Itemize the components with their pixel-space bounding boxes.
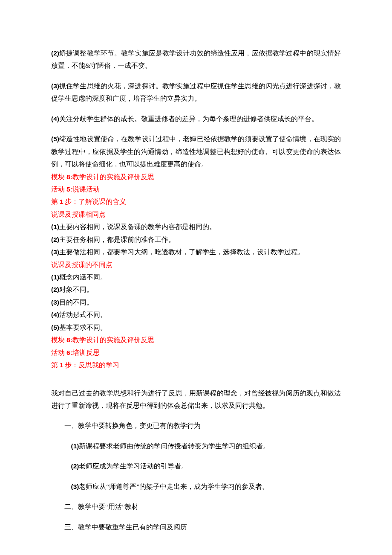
list-item: (1)主要内容相同，说课及备课的教学内容都是相同的。: [51, 221, 341, 233]
subheading-diff: 说课及授课的不同点: [51, 259, 341, 271]
module-heading: 模块 8:教学设计的实施及评价反思: [51, 334, 341, 346]
item-number: (4): [51, 115, 59, 122]
item-text: 新课程要求老师由传统的学问传授者转变为学生学习的组织者。: [79, 442, 270, 450]
sub-item: (3)老师应从“师道尊严”的架子中走出来，成为学生学习的参及者。: [51, 480, 341, 493]
heading-text: 培训反思: [72, 349, 100, 356]
reflection-paragraph: 我对自己过去的教学思想和行为进行了反思，用新课程的理念，对曾经被视为阅历的观点和…: [51, 387, 341, 412]
subheading-same: 说课及授课相同点: [51, 208, 341, 221]
heading-number: 8:: [66, 173, 72, 180]
paragraph-text: 矫捷调整教学环节。教学实施应是教学设计功效的缔造性应用，应依据教学过程中的现实情…: [51, 49, 341, 69]
list-item: (2)主要任务相同，都是课前的准备工作。: [51, 233, 341, 246]
item-text: 主要任务相同，都是课前的准备工作。: [59, 236, 175, 243]
list-item: (1)概念内涵不同。: [51, 271, 341, 283]
heading-text: 教学设计的实施及评价反思: [72, 173, 154, 180]
document-page: (2)矫捷调整教学环节。教学实施应是教学设计功效的缔造性应用，应依据教学过程中的…: [0, 0, 392, 555]
section-heading-2: 二、教学中要“用活”教材: [51, 500, 341, 513]
heading-number: 1: [60, 198, 63, 205]
paragraph-text: 关注分歧学生群体的成长。敬重进修者的差异，为每个条理的进修者供应成长的平台。: [59, 115, 318, 122]
item-number: (2): [51, 286, 59, 293]
item-number: (2): [71, 462, 79, 470]
item-text: 活动形式不同。: [59, 311, 107, 318]
heading-prefix: 模块: [51, 336, 66, 343]
module-heading: 模块 8:教学设计的实施及评价反思: [51, 171, 341, 183]
paragraph-5: (5)缔造性地设置使命，在教学设计过程中，老婶已经依据教学的须要设置了使命情境，…: [51, 133, 341, 170]
section-heading-1: 一、教学中要转换角色，变更已有的教学行为: [51, 419, 341, 432]
item-number: (1): [71, 442, 79, 450]
item-number: (3): [51, 248, 59, 256]
heading-prefix: 第: [51, 198, 60, 205]
heading-number: 6:: [66, 349, 72, 356]
item-text: 基本要求不同。: [59, 324, 107, 331]
item-number: (1): [51, 223, 59, 230]
item-number: (5): [51, 135, 59, 142]
heading-prefix: 活动: [51, 349, 66, 356]
heading-prefix: 第: [51, 361, 60, 369]
item-text: 主要做法相同，都要学习大纲，吃透教材，了解学生，选择教法，设计教学过程。: [59, 248, 305, 256]
activity-heading: 活动 6:培训反思: [51, 346, 341, 359]
item-text: 老师应从“师道尊严”的架子中走出来，成为学生学习的参及者。: [79, 483, 269, 490]
list-item: (2)对象不同。: [51, 283, 341, 296]
paragraph-2: (2)矫捷调整教学环节。教学实施应是教学设计功效的缔造性应用，应依据教学过程中的…: [51, 47, 341, 72]
blank-spacer: [51, 372, 341, 387]
heading-text: 步：了解说课的含义: [63, 198, 127, 205]
paragraph-4: (4)关注分歧学生群体的成长。敬重进修者的差异，为每个条理的进修者供应成长的平台…: [51, 113, 341, 125]
item-text: 对象不同。: [59, 286, 93, 293]
list-item: (5)基本要求不同。: [51, 321, 341, 334]
item-number: (2): [51, 236, 59, 243]
list-item: (3)目的不同。: [51, 296, 341, 308]
heading-number: 8:: [66, 336, 72, 343]
item-number: (5): [51, 324, 59, 331]
heading-number: 5:: [66, 186, 72, 193]
item-number: (1): [51, 273, 59, 281]
paragraph-text: 抓住学生思维的火花，深进探讨。教学实施过程中应抓住学生思维的闪光点进行深进探讨，…: [51, 82, 341, 102]
item-text: 老师应成为学生学习活动的引导者。: [79, 462, 188, 470]
heading-prefix: 活动: [51, 186, 66, 193]
sub-item: (2)老师应成为学生学习活动的引导者。: [51, 460, 341, 472]
step-heading: 第 1 步：了解说课的含义: [51, 195, 341, 208]
item-text: 目的不同。: [59, 299, 93, 306]
list-item: (3)主要做法相同，都要学习大纲，吃透教材，了解学生，选择教法，设计教学过程。: [51, 246, 341, 258]
heading-text: 步：反思我的学习: [63, 361, 120, 369]
heading-number: 1: [60, 361, 63, 369]
heading-text: 说课活动: [72, 186, 100, 193]
item-number: (2): [51, 49, 59, 57]
item-number: (3): [71, 483, 79, 490]
sub-item: (1)新课程要求老师由传统的学问传授者转变为学生学习的组织者。: [51, 440, 341, 452]
section-heading-3: 三、教学中要敬重学生已有的学问及阅历: [51, 521, 341, 533]
heading-text: 教学设计的实施及评价反思: [72, 336, 154, 343]
activity-heading: 活动 5:说课活动: [51, 183, 341, 195]
item-text: 主要内容相同，说课及备课的教学内容都是相同的。: [59, 223, 216, 230]
item-text: 概念内涵不同。: [59, 273, 107, 281]
heading-prefix: 模块: [51, 173, 66, 180]
list-item: (4)活动形式不同。: [51, 308, 341, 321]
step-heading: 第 1 步：反思我的学习: [51, 359, 341, 371]
item-number: (4): [51, 311, 59, 318]
paragraph-3: (3)抓住学生思维的火花，深进探讨。教学实施过程中应抓住学生思维的闪光点进行深进…: [51, 80, 341, 105]
paragraph-text: 缔造性地设置使命，在教学设计过程中，老婶已经依据教学的须要设置了使命情境，在现实…: [51, 135, 341, 168]
item-number: (3): [51, 82, 59, 90]
item-number: (3): [51, 299, 59, 306]
